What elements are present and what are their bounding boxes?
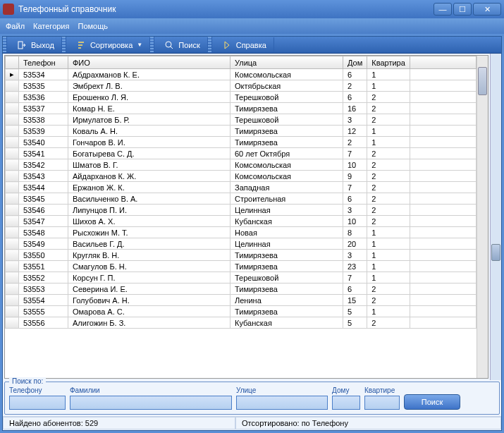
cell-house[interactable]: 7: [343, 182, 367, 193]
table-row[interactable]: 53546Липунцов П. И.Целинная32: [6, 205, 477, 216]
col-fio[interactable]: ФИО: [68, 56, 231, 69]
cell-street[interactable]: Тимирязева: [231, 283, 343, 295]
cell-fio[interactable]: Комар Н. Е.: [68, 103, 231, 114]
table-row[interactable]: 53551Смагулов Б. Н.Тимирязева231: [6, 261, 477, 272]
cell-apt[interactable]: 1: [367, 69, 410, 80]
cell-house[interactable]: 3: [343, 250, 367, 261]
cell-apt[interactable]: 2: [367, 317, 410, 329]
cell-apt[interactable]: 1: [367, 137, 410, 148]
col-apt[interactable]: Квартира: [367, 56, 410, 69]
cell-fio[interactable]: Рысхожин М. Т.: [68, 227, 231, 238]
cell-house[interactable]: 20: [343, 238, 367, 250]
cell-house[interactable]: 3: [343, 114, 367, 126]
search-phone-input[interactable]: [9, 396, 66, 410]
cell-house[interactable]: 15: [343, 295, 367, 306]
cell-apt[interactable]: 2: [367, 114, 410, 126]
cell-street[interactable]: Тимирязева: [231, 261, 343, 272]
cell-house[interactable]: 2: [343, 80, 367, 92]
help-button[interactable]: Справка: [215, 37, 274, 53]
cell-fio[interactable]: Эмбрехт Л. В.: [68, 80, 231, 92]
cell-street[interactable]: Ленина: [231, 295, 343, 306]
table-row[interactable]: 53549Васильев Г. Д.Целинная201: [6, 238, 477, 250]
table-row[interactable]: 53539Коваль А. Н.Тимирязева121: [6, 126, 477, 137]
search-tool-button[interactable]: Поиск: [157, 37, 207, 53]
cell-street[interactable]: Западная: [231, 182, 343, 193]
cell-fio[interactable]: Алигожин Б. З.: [68, 317, 231, 329]
cell-phone[interactable]: 53550: [19, 250, 68, 261]
col-street[interactable]: Улица: [231, 56, 343, 69]
cell-fio[interactable]: Ержанов Ж. К.: [68, 182, 231, 193]
cell-street[interactable]: Целинная: [231, 238, 343, 250]
cell-street[interactable]: 60 лет Октября: [231, 148, 343, 159]
maximize-button[interactable]: ☐: [453, 3, 472, 16]
cell-phone[interactable]: 53545: [19, 193, 68, 205]
cell-house[interactable]: 6: [343, 283, 367, 295]
table-row[interactable]: 53547Шихов А. Х.Кубанская102: [6, 216, 477, 227]
cell-phone[interactable]: 53554: [19, 295, 68, 306]
col-house[interactable]: Дом: [343, 56, 367, 69]
cell-phone[interactable]: 53552: [19, 272, 68, 283]
cell-apt[interactable]: 2: [367, 103, 410, 114]
cell-fio[interactable]: Васильченко В. А.: [68, 193, 231, 205]
cell-fio[interactable]: Омарова А. С.: [68, 306, 231, 317]
menu-help[interactable]: Помощь: [78, 22, 108, 30]
cell-phone[interactable]: 53546: [19, 205, 68, 216]
minimize-button[interactable]: —: [434, 3, 452, 16]
cell-phone[interactable]: 53535: [19, 80, 68, 92]
cell-phone[interactable]: 53547: [19, 216, 68, 227]
cell-house[interactable]: 6: [343, 69, 367, 80]
grid-vscroll-thumb[interactable]: [478, 67, 487, 95]
cell-apt[interactable]: 2: [367, 216, 410, 227]
table-row[interactable]: 53535Эмбрехт Л. В.Октябрьская21: [6, 80, 477, 92]
table-row[interactable]: 53542Шматов В. Г.Комсомольская102: [6, 159, 477, 171]
cell-house[interactable]: 12: [343, 126, 367, 137]
row-indicator-header[interactable]: [6, 56, 19, 69]
cell-house[interactable]: 2: [343, 137, 367, 148]
cell-phone[interactable]: 53541: [19, 148, 68, 159]
cell-phone[interactable]: 53553: [19, 283, 68, 295]
table-row[interactable]: 53536Ерошенко Л. Я.Терешковой62: [6, 92, 477, 103]
cell-phone[interactable]: 53542: [19, 159, 68, 171]
table-row[interactable]: 53544Ержанов Ж. К.Западная72: [6, 182, 477, 193]
table-row[interactable]: 53553Северина И. Е.Тимирязева62: [6, 283, 477, 295]
table-row[interactable]: 53556Алигожин Б. З.Кубанская52: [6, 317, 477, 329]
cell-street[interactable]: Тимирязева: [231, 137, 343, 148]
search-apt-input[interactable]: [364, 396, 400, 410]
cell-house[interactable]: 10: [343, 159, 367, 171]
cell-house[interactable]: 10: [343, 216, 367, 227]
cell-street[interactable]: Тимирязева: [231, 126, 343, 137]
cell-phone[interactable]: 53539: [19, 126, 68, 137]
cell-apt[interactable]: 1: [367, 272, 410, 283]
cell-fio[interactable]: Голубович А. Н.: [68, 295, 231, 306]
menu-file[interactable]: Файл: [6, 22, 25, 30]
cell-street[interactable]: Тимирязева: [231, 103, 343, 114]
table-row[interactable]: 53541Богатырева С. Д.60 лет Октября72: [6, 148, 477, 159]
menu-category[interactable]: Категория: [33, 22, 69, 30]
table-row[interactable]: 53540Гончаров В. И.Тимирязева21: [6, 137, 477, 148]
cell-fio[interactable]: Липунцов П. И.: [68, 205, 231, 216]
cell-street[interactable]: Комсомольская: [231, 171, 343, 182]
table-row[interactable]: 53552Корсун Г. П.Терешковой71: [6, 272, 477, 283]
cell-street[interactable]: Комсомольская: [231, 69, 343, 80]
table-row[interactable]: 53538Ирмулатов Б. Р.Терешковой32: [6, 114, 477, 126]
cell-apt[interactable]: 2: [367, 193, 410, 205]
cell-house[interactable]: 7: [343, 148, 367, 159]
table-row[interactable]: 53555Омарова А. С.Тимирязева51: [6, 306, 477, 317]
table-row[interactable]: 53543Айдарханов К. Ж.Комсомольская92: [6, 171, 477, 182]
cell-house[interactable]: 6: [343, 92, 367, 103]
cell-phone[interactable]: 53534: [19, 69, 68, 80]
cell-apt[interactable]: 2: [367, 295, 410, 306]
cell-fio[interactable]: Васильев Г. Д.: [68, 238, 231, 250]
panel-vscrollbar[interactable]: [490, 54, 501, 380]
cell-fio[interactable]: Айдарханов К. Ж.: [68, 171, 231, 182]
panel-vscroll-thumb[interactable]: [491, 244, 500, 261]
exit-button[interactable]: Выход: [10, 37, 62, 53]
cell-street[interactable]: Кубанская: [231, 216, 343, 227]
cell-fio[interactable]: Шихов А. Х.: [68, 216, 231, 227]
sort-button[interactable]: Сортировка ▼: [69, 37, 150, 53]
cell-street[interactable]: Кубанская: [231, 317, 343, 329]
cell-house[interactable]: 5: [343, 317, 367, 329]
cell-fio[interactable]: Кругляк В. Н.: [68, 250, 231, 261]
cell-apt[interactable]: 2: [367, 171, 410, 182]
search-house-input[interactable]: [332, 396, 360, 410]
